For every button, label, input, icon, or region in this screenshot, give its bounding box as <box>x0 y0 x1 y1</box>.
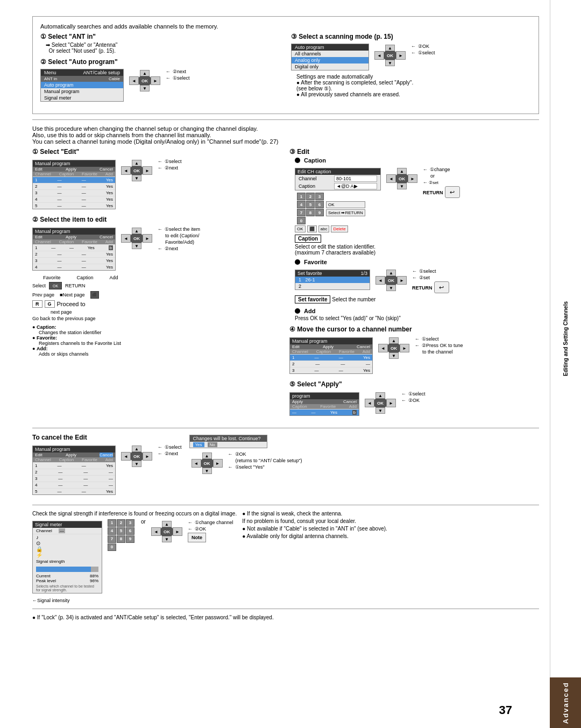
right-arrow-e1[interactable]: ► <box>143 166 152 175</box>
right-arrow-e2[interactable]: ► <box>143 234 152 243</box>
down-arrow-e2[interactable]: ▼ <box>132 243 141 249</box>
up-arrow-cr[interactable]: ▲ <box>202 453 212 459</box>
s5-ok-line: ← ②OK <box>401 398 426 403</box>
right-arrow-s3[interactable]: ► <box>396 51 406 60</box>
up-arrow-cap[interactable]: ▲ <box>397 168 407 174</box>
sig-key-5[interactable]: 5 <box>117 527 125 535</box>
channel-value[interactable]: 80-101 <box>334 175 377 182</box>
sig-key-6[interactable]: 6 <box>126 527 134 535</box>
down-arrow-sig[interactable]: ▼ <box>162 536 172 542</box>
up-arrow-s3[interactable]: ▲ <box>385 45 395 51</box>
down-arrow-fav[interactable]: ▼ <box>386 285 396 291</box>
left-arrow-s3[interactable]: ◄ <box>374 51 384 60</box>
ok-button-step3[interactable]: OK <box>384 51 396 60</box>
mini-abc[interactable]: abc <box>318 225 330 232</box>
down-arrow-e1[interactable]: ▼ <box>132 175 141 181</box>
ok-edit1[interactable]: OK <box>131 166 143 175</box>
signal-step-labels: ← ①change channel ← ②OK Note <box>188 519 233 542</box>
ok-caption[interactable]: OK <box>396 174 408 183</box>
mini-ret[interactable]: ⬛ <box>307 225 317 232</box>
up-arrow-s4[interactable]: ▲ <box>389 337 399 344</box>
down-arrow-cancel[interactable]: ▼ <box>132 461 141 467</box>
sig-key-9[interactable]: 9 <box>126 535 134 543</box>
sig-key-0[interactable]: 0 <box>108 543 116 551</box>
page-number: 37 <box>499 703 512 717</box>
key-6[interactable]: 6 <box>315 201 324 208</box>
ok-signal[interactable]: OK <box>161 527 173 536</box>
mini-ok[interactable]: OK <box>295 225 306 232</box>
yes-btn[interactable]: Yes <box>193 442 204 447</box>
prev-next-row: Prev page ■Next page ⬛ <box>32 291 282 299</box>
key-0[interactable]: 0 <box>297 217 306 224</box>
up-arrow[interactable]: ▲ <box>140 70 150 76</box>
up-arrow-sig[interactable]: ▲ <box>162 521 172 527</box>
right-arrow-s5[interactable]: ► <box>386 399 396 407</box>
key-5[interactable]: 5 <box>306 201 315 208</box>
page-btn[interactable]: ⬛ <box>90 291 99 299</box>
main-content: Automatically searches and adds availabl… <box>0 0 550 728</box>
ok-step5[interactable]: OK <box>374 399 386 407</box>
right-arrow-sig[interactable]: ► <box>173 527 182 536</box>
return-btn-icon-cap[interactable]: ↩ <box>445 186 460 198</box>
right-arrow[interactable]: ► <box>151 76 160 85</box>
key-4[interactable]: 4 <box>297 201 306 208</box>
left-arrow[interactable]: ◄ <box>129 76 139 85</box>
ok-cancel[interactable]: OK <box>131 452 143 461</box>
e2-select-line: ← ①select the item <box>158 227 200 232</box>
up-arrow-e1[interactable]: ▲ <box>132 160 141 166</box>
up-arrow-fav[interactable]: ▲ <box>386 270 396 276</box>
caption-label-box: Caption <box>295 235 321 243</box>
left-arrow-fav[interactable]: ◄ <box>375 276 385 285</box>
sig-key-2[interactable]: 2 <box>117 519 125 527</box>
sig-key-7[interactable]: 7 <box>108 535 116 543</box>
right-arrow-fav[interactable]: ► <box>397 276 407 285</box>
down-arrow-s4[interactable]: ▼ <box>389 352 399 359</box>
sig-key-3[interactable]: 3 <box>126 519 134 527</box>
left-arrow-cancel[interactable]: ◄ <box>121 452 131 461</box>
ok-small-btn[interactable]: OK <box>49 282 62 289</box>
left-arrow-sig[interactable]: ◄ <box>151 527 161 536</box>
right-arrow-cr[interactable]: ► <box>213 459 223 468</box>
step2-auto-program: ② Select "Auto program" Menu ANT/Cable s… <box>40 58 280 103</box>
up-arrow-s5[interactable]: ▲ <box>375 392 385 399</box>
r-box[interactable]: R <box>32 300 42 308</box>
return-btn-icon-fav[interactable]: ↩ <box>434 281 449 293</box>
sig-key-1[interactable]: 1 <box>108 519 116 527</box>
ok-edit2[interactable]: OK <box>131 234 143 243</box>
manual4-row2: 2——— <box>290 361 372 367</box>
arrow-control-cancel: ▲ ◄ OK ► ▼ <box>121 446 152 467</box>
right-arrow-cancel[interactable]: ► <box>143 452 152 461</box>
right-arrow-cap[interactable]: ► <box>408 174 417 183</box>
key-7[interactable]: 7 <box>297 209 306 216</box>
up-arrow-e2[interactable]: ▲ <box>132 228 141 234</box>
left-arrow-e1[interactable]: ◄ <box>121 166 131 175</box>
ok-step4[interactable]: OK <box>388 344 400 352</box>
key-9[interactable]: 9 <box>315 209 324 216</box>
key-3[interactable]: 3 <box>315 193 324 200</box>
down-arrow-s5[interactable]: ▼ <box>375 407 385 414</box>
left-arrow-cap[interactable]: ◄ <box>386 174 396 183</box>
down-arrow-s3[interactable]: ▼ <box>385 60 395 66</box>
down-arrow[interactable]: ▼ <box>140 85 150 91</box>
ok-cancel-right[interactable]: OK <box>201 459 213 468</box>
sig-key-8[interactable]: 8 <box>117 535 125 543</box>
mini-delete[interactable]: Delete <box>331 225 348 232</box>
caption-value-field[interactable]: ◄@D A▶ <box>334 183 377 189</box>
down-arrow-cap[interactable]: ▼ <box>397 183 407 189</box>
ok-fav[interactable]: OK <box>385 276 397 285</box>
key-8[interactable]: 8 <box>306 209 315 216</box>
left-arrow-cr[interactable]: ◄ <box>192 459 201 468</box>
down-arrow-cr[interactable]: ▼ <box>202 468 212 474</box>
left-arrow-s4[interactable]: ◄ <box>378 344 388 352</box>
right-arrow-s4[interactable]: ► <box>400 344 409 352</box>
manual-box-step1: Manual program EditApplyCancel ChannelCa… <box>32 160 116 209</box>
key-2[interactable]: 2 <box>306 193 315 200</box>
left-arrow-s5[interactable]: ◄ <box>365 399 374 407</box>
no-btn[interactable]: No <box>208 442 217 447</box>
up-arrow-cancel[interactable]: ▲ <box>132 446 141 452</box>
g-box[interactable]: G <box>45 300 55 308</box>
key-1[interactable]: 1 <box>297 193 306 200</box>
ok-button-step2[interactable]: OK <box>139 76 151 85</box>
left-arrow-e2[interactable]: ◄ <box>121 234 131 243</box>
sig-key-4[interactable]: 4 <box>108 527 116 535</box>
